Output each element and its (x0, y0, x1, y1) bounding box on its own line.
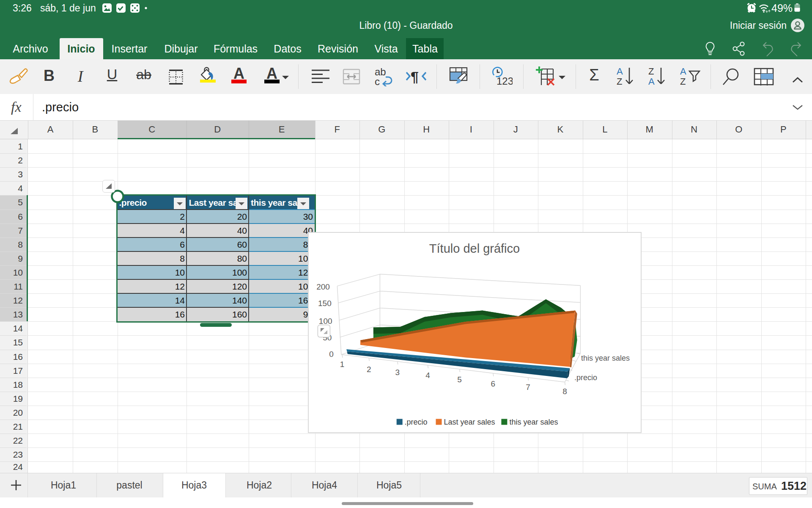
svg-text:Last year sales: Last year sales (444, 418, 495, 426)
svg-text:5: 5 (457, 375, 462, 384)
svg-text:Z: Z (617, 76, 622, 86)
svg-text:.precio: .precio (404, 418, 427, 426)
svg-text:200: 200 (316, 282, 330, 291)
svg-text:this year sales: this year sales (581, 354, 630, 362)
svg-text:c: c (375, 76, 380, 86)
svg-text:1: 1 (340, 360, 344, 369)
svg-text:0: 0 (329, 350, 334, 359)
svg-text:100: 100 (318, 317, 332, 326)
svg-text:¶: ¶ (411, 69, 419, 84)
svg-text:150: 150 (318, 299, 332, 308)
svg-text:.precio: .precio (574, 373, 597, 382)
svg-text:A: A (680, 66, 686, 77)
svg-text:this year sales: this year sales (509, 418, 558, 426)
svg-text:6: 6 (491, 379, 495, 388)
svg-text:A: A (617, 66, 623, 77)
svg-text:4: 4 (425, 371, 430, 380)
svg-text:A: A (648, 76, 655, 86)
svg-text:2: 2 (367, 365, 371, 374)
svg-text:8: 8 (562, 387, 567, 396)
svg-text:123: 123 (497, 75, 513, 87)
svg-text:7: 7 (526, 383, 530, 392)
svg-text:Z: Z (680, 76, 686, 86)
svg-text:3: 3 (395, 368, 400, 377)
svg-text:Título del gráfico: Título del gráfico (429, 242, 519, 255)
svg-text:Z: Z (648, 66, 654, 77)
